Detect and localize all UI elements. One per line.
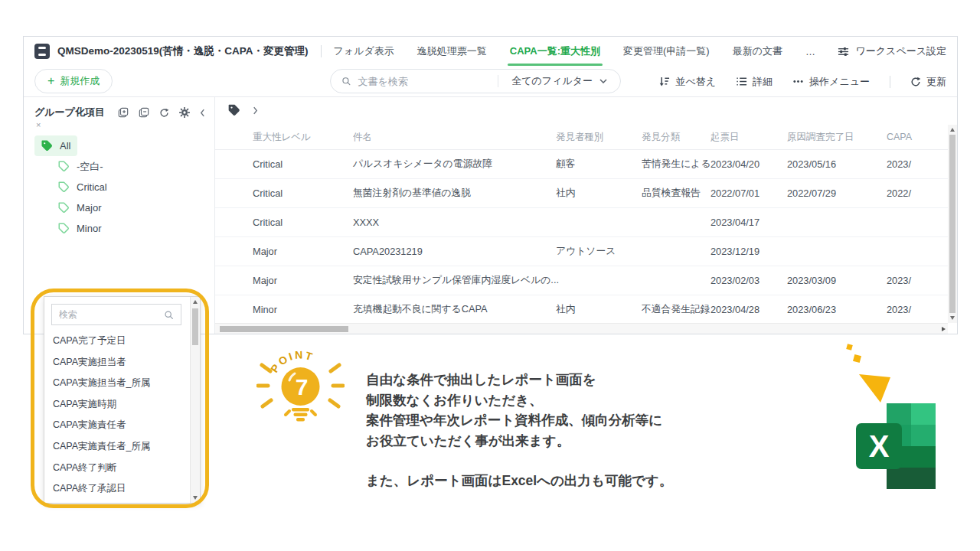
column-header[interactable]: 件名 bbox=[353, 131, 556, 144]
cell-investigation-date: 2022/07/29 bbox=[787, 187, 887, 199]
tab-bar: フォルダ表示逸脱処理票一覧CAPA一覧:重大性別変更管理(申請一覧)最新の文書… bbox=[334, 37, 815, 66]
callout-line: お役立ていただく事が出来ます。 bbox=[366, 431, 672, 452]
sidebar-item-label: All bbox=[60, 140, 70, 152]
table-row[interactable]: Critical XXXX 2023/04/17 bbox=[215, 208, 948, 237]
sidebar-item[interactable]: All bbox=[34, 135, 77, 156]
sidebar-item[interactable]: -空白- bbox=[51, 156, 110, 177]
column-header[interactable]: CAPA bbox=[887, 132, 948, 142]
cell-discoverer-type: 顧客 bbox=[556, 158, 642, 171]
field-search-input[interactable] bbox=[59, 309, 164, 320]
field-search bbox=[51, 304, 181, 325]
column-header[interactable]: 発見者種別 bbox=[556, 131, 642, 144]
workspace-settings-button[interactable]: ワークスペース設定 bbox=[838, 44, 946, 58]
group-tag-list: All -空白- Critical bbox=[34, 135, 205, 239]
field-option[interactable]: CAPA終了承認者 bbox=[53, 500, 188, 502]
cell-subject: XXXX bbox=[353, 217, 556, 228]
popup-scrollbar[interactable] bbox=[190, 297, 200, 503]
scroll-up-icon[interactable] bbox=[193, 300, 198, 304]
column-header[interactable]: 重大性レベル bbox=[253, 131, 353, 144]
filter-label: 全てのフィルター bbox=[511, 74, 593, 88]
sidebar-item-label: Critical bbox=[77, 181, 107, 193]
cell-issue-date: 2023/04/28 bbox=[710, 304, 787, 315]
vertical-scrollbar[interactable] bbox=[948, 125, 957, 323]
sort-button[interactable]: 並べ替え bbox=[658, 75, 716, 89]
cell-investigation-date: 2023/06/23 bbox=[787, 304, 887, 315]
point-7-badge: POINT 7 bbox=[256, 342, 345, 428]
workspace-settings-label: ワークスペース設定 bbox=[855, 44, 946, 58]
excel-export-illustration: X bbox=[842, 341, 957, 494]
new-create-button[interactable]: + 新規作成 bbox=[34, 69, 113, 93]
ellipsis-icon bbox=[792, 76, 804, 87]
refresh-icon[interactable] bbox=[159, 108, 169, 118]
scroll-down-icon[interactable] bbox=[193, 496, 198, 500]
filter-dropdown[interactable]: 全てのフィルター bbox=[498, 74, 620, 88]
refresh-icon bbox=[910, 77, 921, 87]
field-option[interactable]: CAPA終了判断 bbox=[53, 458, 188, 479]
scrollbar-thumb[interactable] bbox=[192, 308, 198, 345]
new-create-label: 新規作成 bbox=[60, 74, 100, 88]
field-option[interactable]: CAPA実施責任者 bbox=[53, 415, 188, 436]
scroll-down-icon[interactable] bbox=[950, 316, 955, 320]
table-row[interactable]: Major 安定性試験用サンプル保管庫内湿度レベルの... 2023/02/03… bbox=[215, 266, 948, 295]
cell-discoverer-type: アウトソース bbox=[556, 245, 642, 258]
tab[interactable]: CAPA一覧:重大性別 bbox=[510, 37, 600, 66]
bulb-base bbox=[292, 408, 309, 422]
field-option[interactable]: CAPA完了予定日 bbox=[53, 331, 188, 352]
sidebar-item[interactable]: Minor bbox=[51, 218, 109, 239]
column-header[interactable]: 原因調査完了日 bbox=[787, 131, 887, 144]
field-option[interactable]: CAPA実施担当者_所属 bbox=[53, 373, 188, 394]
tab[interactable]: フォルダ表示 bbox=[334, 37, 394, 66]
refresh-button[interactable]: 更新 bbox=[910, 75, 946, 89]
chevron-left-icon[interactable] bbox=[200, 109, 205, 117]
table-row[interactable]: Critical パルスオキシメータの電源故障 顧客 苦情発生による 2023/… bbox=[215, 150, 948, 179]
sidebar-item[interactable]: Critical bbox=[51, 177, 114, 197]
field-option[interactable]: CAPA終了承認日 bbox=[53, 478, 188, 500]
gear-icon[interactable] bbox=[179, 107, 190, 118]
column-header[interactable]: 発見分類 bbox=[642, 131, 710, 144]
document-search-input[interactable] bbox=[358, 76, 487, 87]
tab[interactable]: 最新の文書 bbox=[733, 37, 782, 66]
expand-all-icon[interactable] bbox=[118, 107, 129, 118]
tag-icon[interactable] bbox=[228, 104, 240, 116]
sidebar-item[interactable]: Major bbox=[51, 197, 109, 218]
toolbar: + 新規作成 全てのフィルター bbox=[24, 66, 957, 97]
search-icon bbox=[341, 76, 351, 86]
tag-icon bbox=[58, 223, 70, 234]
callout-line: 案件管理や年次レポート資料作成、傾向分析等に bbox=[366, 410, 672, 431]
scroll-right-icon[interactable] bbox=[942, 327, 946, 331]
cell-investigation-date: 2023/05/16 bbox=[787, 158, 887, 170]
sort-icon bbox=[658, 76, 670, 87]
cell-severity-level: Critical bbox=[253, 217, 353, 228]
field-option[interactable]: CAPA実施時期 bbox=[53, 394, 188, 416]
table-header-row: 重大性レベル 件名 発見者種別 発見分類 起票日 原因調査完了日 CAPA bbox=[215, 125, 948, 150]
sidebar-item-label: Major bbox=[77, 202, 102, 214]
details-button[interactable]: 詳細 bbox=[736, 75, 773, 89]
arrow-icon bbox=[846, 344, 890, 403]
cell-subject: 無菌注射剤の基準値の逸脱 bbox=[353, 187, 556, 200]
workspace-title: QMSDemo-20230519(苦情・逸脱・CAPA・変更管理) bbox=[57, 44, 309, 58]
cell-severity-level: Major bbox=[253, 246, 353, 257]
scroll-up-icon[interactable] bbox=[950, 128, 955, 132]
scrollbar-thumb[interactable] bbox=[949, 135, 956, 313]
close-icon[interactable]: × bbox=[36, 120, 41, 129]
horizontal-scrollbar[interactable] bbox=[215, 323, 948, 334]
tag-icon bbox=[41, 140, 53, 152]
action-menu-button[interactable]: 操作メニュー bbox=[792, 75, 870, 89]
tab[interactable]: 変更管理(申請一覧) bbox=[623, 37, 710, 66]
chevron-down-icon bbox=[599, 79, 607, 83]
table-row[interactable]: Critical 無菌注射剤の基準値の逸脱 社内 品質検査報告 2022/07/… bbox=[215, 179, 948, 208]
window-header: QMSDemo-20230519(苦情・逸脱・CAPA・変更管理) フォルダ表示… bbox=[24, 37, 957, 66]
column-header[interactable]: 起票日 bbox=[710, 131, 787, 144]
tab[interactable]: … bbox=[805, 37, 815, 66]
sort-label: 並べ替え bbox=[675, 75, 716, 89]
field-option[interactable]: CAPA実施責任者_所属 bbox=[53, 436, 188, 458]
chevron-right-icon[interactable] bbox=[253, 106, 258, 115]
scrollbar-thumb[interactable] bbox=[220, 326, 348, 332]
tab[interactable]: 逸脱処理票一覧 bbox=[417, 37, 487, 66]
table-row[interactable]: Major CAPA20231219 アウトソース 2023/12/19 bbox=[215, 237, 948, 266]
table-row[interactable]: Minor 充填機起動不良に関するCAPA 社内 不適合発生記録 2023/04… bbox=[215, 295, 948, 323]
field-picker-popup: CAPA完了予定日CAPA実施担当者CAPA実施担当者_所属CAPA実施時期CA… bbox=[44, 296, 201, 504]
search-icon bbox=[164, 310, 174, 320]
field-option[interactable]: CAPA実施担当者 bbox=[53, 352, 188, 373]
collapse-all-icon[interactable] bbox=[139, 107, 149, 118]
